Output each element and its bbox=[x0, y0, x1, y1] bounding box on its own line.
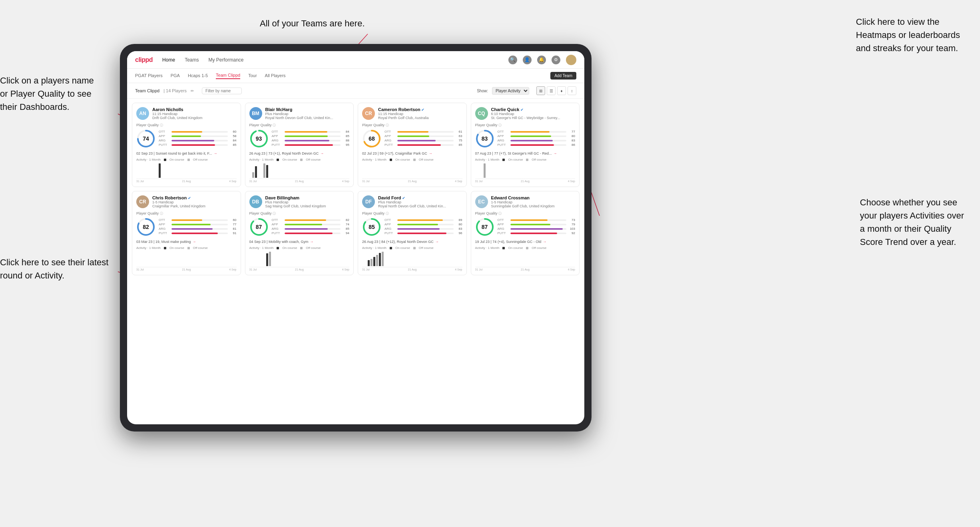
nav-logo: clippd bbox=[135, 56, 153, 64]
player-info: Chris Robertson ✔ 1-5 Handicap Craigmill… bbox=[152, 195, 237, 208]
offcourse-dot bbox=[413, 159, 416, 161]
oncourse-label: On course bbox=[395, 158, 410, 161]
activity-header: Activity · 1 Month On course Off course bbox=[249, 246, 350, 250]
oncourse-dot bbox=[502, 247, 505, 249]
player-card-header: CR Cameron Robertson ✔ 11:15 Handicap Ro… bbox=[362, 107, 462, 120]
activity-label: Activity · 1 Month bbox=[136, 158, 161, 161]
last-round[interactable]: 02 Sep 23 | Sunset round to get back int… bbox=[136, 151, 237, 155]
player-name[interactable]: Charlie Quick ✔ bbox=[491, 107, 576, 112]
nav-performance[interactable]: My Performance bbox=[208, 57, 243, 63]
quality-circle[interactable]: 87 bbox=[475, 217, 494, 237]
annotation-top-center: All of your Teams are here. bbox=[260, 17, 365, 30]
user-avatar[interactable] bbox=[566, 55, 576, 65]
last-round[interactable]: 26 Aug 23 | 73 (+1), Royal North Devon G… bbox=[249, 151, 350, 155]
player-card[interactable]: EC Edward Crossman 1-5 Handicap Sunningd… bbox=[471, 191, 580, 275]
player-name[interactable]: Chris Robertson ✔ bbox=[152, 195, 237, 200]
player-avatar: CQ bbox=[475, 107, 488, 120]
quality-circle[interactable]: 74 bbox=[136, 129, 155, 148]
sort-icon[interactable]: ↕ bbox=[568, 86, 576, 95]
quality-section: 74 OTT 60 APP 58 ARG 84 PUTT 85 bbox=[136, 129, 237, 148]
edit-icon[interactable]: ✏ bbox=[191, 89, 194, 93]
player-handicap: 11:15 Handicap bbox=[378, 112, 462, 116]
player-avatar: EC bbox=[475, 195, 488, 208]
player-handicap: Plus Handicap bbox=[265, 112, 350, 116]
stats-table: OTT 73 APP 79 ARG 103 PUTT 92 bbox=[498, 218, 576, 236]
quality-circle[interactable]: 87 bbox=[249, 217, 269, 237]
last-round[interactable]: 04 Sep 23 | Mobility with coach, Gym → bbox=[249, 240, 350, 244]
settings-icon[interactable]: ⚙ bbox=[552, 56, 560, 64]
quality-label: Player Quality ⓘ bbox=[249, 123, 350, 127]
activity-label: Activity · 1 Month bbox=[362, 158, 386, 161]
stats-table: OTT 82 APP 74 ARG 85 PUTT 94 bbox=[272, 218, 350, 236]
sub-nav: PGAT Players PGA Hcaps 1-5 Team Clippd T… bbox=[127, 69, 584, 83]
offcourse-label: Off course bbox=[306, 246, 321, 250]
nav-teams[interactable]: Teams bbox=[185, 57, 199, 63]
player-card[interactable]: BM Blair McHarg Plus Handicap Royal Nort… bbox=[245, 103, 354, 187]
oncourse-dot bbox=[164, 247, 166, 249]
last-round[interactable]: 07 Aug 23 | 77 (+7), St George's Hill GC… bbox=[475, 151, 576, 155]
player-name[interactable]: Blair McHarg bbox=[265, 107, 350, 112]
player-name[interactable]: David Ford ✔ bbox=[378, 195, 462, 200]
player-card[interactable]: DF David Ford ✔ Plus Handicap Royal Nort… bbox=[358, 191, 467, 275]
nav-home[interactable]: Home bbox=[162, 57, 175, 63]
last-round[interactable]: 02 Jul 23 | 59 (+17), Craigmillar Park G… bbox=[362, 151, 462, 155]
verified-icon: ✔ bbox=[401, 196, 405, 200]
last-round-text: 26 Aug 23 | 84 (+12), Royal North Devon … bbox=[362, 240, 434, 244]
quality-circle[interactable]: 68 bbox=[362, 129, 381, 148]
last-round[interactable]: 19 Jul 23 | 74 (+4), Sunningdale GC - Ol… bbox=[475, 240, 576, 244]
player-name[interactable]: Edward Crossman bbox=[491, 195, 576, 200]
last-round[interactable]: 26 Aug 23 | 84 (+12), Royal North Devon … bbox=[362, 240, 462, 244]
round-arrow-icon: → bbox=[429, 151, 432, 155]
player-name[interactable]: Aaron Nicholls bbox=[152, 107, 237, 112]
quality-circle[interactable]: 82 bbox=[136, 217, 155, 237]
annotation-top-right: Click here to view the Heatmaps or leade… bbox=[856, 15, 960, 55]
offcourse-dot bbox=[413, 247, 416, 249]
subnav-pga[interactable]: PGA bbox=[171, 73, 180, 79]
player-handicap: Plus Handicap bbox=[378, 200, 462, 204]
profile-icon[interactable]: 👤 bbox=[523, 56, 532, 64]
player-card[interactable]: CR Chris Robertson ✔ 1-5 Handicap Craigm… bbox=[132, 191, 241, 275]
filter-input[interactable] bbox=[202, 88, 242, 94]
player-handicap: 1-5 Handicap bbox=[491, 200, 576, 204]
player-grid: AN Aaron Nicholls 11:15 Handicap Drift G… bbox=[127, 99, 584, 424]
quality-circle[interactable]: 83 bbox=[475, 129, 494, 148]
subnav-all-players[interactable]: All Players bbox=[265, 73, 286, 79]
player-info: Aaron Nicholls 11:15 Handicap Drift Golf… bbox=[152, 107, 237, 120]
heatmap-icon[interactable]: ♦ bbox=[557, 86, 566, 95]
activity-label: Activity · 1 Month bbox=[136, 246, 161, 250]
player-card[interactable]: CQ Charlie Quick ✔ 6:10 Handicap St. Geo… bbox=[471, 103, 580, 187]
search-icon[interactable]: 🔍 bbox=[508, 56, 517, 64]
last-round[interactable]: 03 Mar 23 | 19, Must make putting → bbox=[136, 240, 237, 244]
list-view-icon[interactable]: ☰ bbox=[547, 86, 556, 95]
player-info: David Ford ✔ Plus Handicap Royal North D… bbox=[378, 195, 462, 208]
grid-view-icon[interactable]: ⊞ bbox=[536, 86, 545, 95]
player-card[interactable]: DB Dave Billingham Plus Handicap Sag Mai… bbox=[245, 191, 354, 275]
player-card-header: DF David Ford ✔ Plus Handicap Royal Nort… bbox=[362, 195, 462, 208]
player-name[interactable]: Cameron Robertson ✔ bbox=[378, 107, 462, 112]
annotation-left-bottom: Click here to see their latest round or … bbox=[0, 256, 108, 282]
last-round-text: 07 Aug 23 | 77 (+7), St George's Hill GC… bbox=[475, 151, 552, 155]
activity-label: Activity · 1 Month bbox=[362, 246, 386, 250]
activity-header: Activity · 1 Month On course Off course bbox=[475, 158, 576, 161]
player-card[interactable]: CR Cameron Robertson ✔ 11:15 Handicap Ro… bbox=[358, 103, 467, 187]
activity-header: Activity · 1 Month On course Off course bbox=[136, 158, 237, 161]
player-card[interactable]: AN Aaron Nicholls 11:15 Handicap Drift G… bbox=[132, 103, 241, 187]
quality-circle[interactable]: 85 bbox=[362, 217, 381, 237]
subnav-tour[interactable]: Tour bbox=[248, 73, 257, 79]
show-select[interactable]: Player Activity bbox=[492, 87, 529, 95]
offcourse-label: Off course bbox=[532, 246, 546, 250]
player-handicap: 6:10 Handicap bbox=[491, 112, 576, 116]
verified-icon: ✔ bbox=[187, 196, 191, 200]
player-avatar: CR bbox=[362, 107, 375, 120]
activity-header: Activity · 1 Month On course Off course bbox=[475, 246, 576, 250]
bell-icon[interactable]: 🔔 bbox=[537, 56, 546, 64]
subnav-pgat[interactable]: PGAT Players bbox=[135, 73, 163, 79]
quality-circle[interactable]: 93 bbox=[249, 129, 269, 148]
quality-label: Player Quality ⓘ bbox=[249, 211, 350, 216]
player-card-header: DB Dave Billingham Plus Handicap Sag Mai… bbox=[249, 195, 350, 208]
subnav-team-clippd[interactable]: Team Clippd bbox=[216, 73, 240, 79]
stats-table: OTT 61 APP 63 ARG 75 PUTT 85 bbox=[384, 130, 462, 147]
add-team-button[interactable]: Add Team bbox=[550, 72, 576, 80]
subnav-hcaps[interactable]: Hcaps 1-5 bbox=[188, 73, 208, 79]
player-name[interactable]: Dave Billingham bbox=[265, 195, 350, 200]
